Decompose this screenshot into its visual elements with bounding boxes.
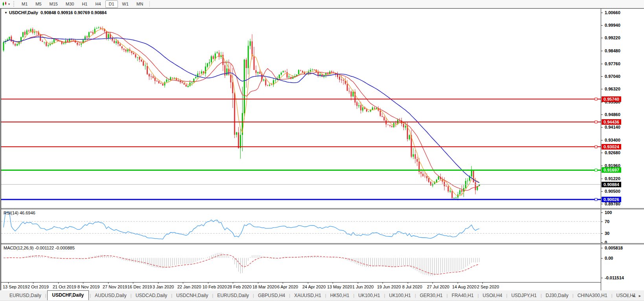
axis-tick bbox=[601, 248, 603, 248]
tab-dj30-daily[interactable]: DJ30,Daily bbox=[542, 291, 572, 300]
date-tick bbox=[258, 283, 258, 284]
level-price-tag: 0.95740 bbox=[602, 96, 621, 102]
axis-tick bbox=[601, 140, 603, 140]
tab-hk50-h1[interactable]: HK50,H1 bbox=[326, 291, 353, 300]
date-tick bbox=[408, 283, 408, 284]
date-tick bbox=[8, 283, 9, 284]
date-tick bbox=[358, 283, 358, 284]
date-axis[interactable]: 13 Sep 20192 Oct 201921 Oct 20198 Nov 20… bbox=[1, 282, 601, 290]
date-label: 8 Jul 2020 bbox=[402, 284, 422, 289]
tab-china300-h1[interactable]: CHINA300,H1 bbox=[574, 291, 611, 300]
date-tick bbox=[333, 283, 333, 284]
price-axis-label: 0.90500 bbox=[605, 189, 620, 194]
date-label: 24 Apr 2020 bbox=[302, 284, 326, 289]
date-label: 2 Oct 2019 bbox=[28, 284, 49, 289]
date-tick bbox=[308, 283, 308, 284]
tab-xauusd-h1[interactable]: XAUUSD,H1 bbox=[290, 291, 325, 300]
date-label: 16 Dec 2019 bbox=[127, 284, 152, 289]
date-tick bbox=[432, 283, 433, 284]
pane-divider-macd[interactable] bbox=[1, 243, 644, 244]
timeframe-button-w1[interactable]: W1 bbox=[119, 0, 132, 8]
date-label: 19 Jun 2020 bbox=[377, 284, 401, 289]
collapse-icon[interactable]: ▼ bbox=[4, 11, 7, 15]
timeframe-button-h4[interactable]: H4 bbox=[92, 0, 104, 8]
date-tick bbox=[458, 283, 458, 284]
date-tick bbox=[482, 283, 483, 284]
rsi-chart[interactable] bbox=[1, 209, 601, 243]
price-axis-label: 0.91220 bbox=[605, 176, 620, 181]
tab-uk100-h1[interactable]: UK100,H1 bbox=[385, 291, 415, 300]
axis-tick bbox=[601, 191, 603, 192]
tab-usoil-h4[interactable]: USOil,H4 bbox=[479, 291, 506, 300]
pane-divider-rsi[interactable] bbox=[1, 208, 644, 209]
date-label: 21 Oct 2019 bbox=[53, 284, 76, 289]
timeframe-button-h1[interactable]: H1 bbox=[78, 0, 91, 8]
date-label: 8 Nov 2019 bbox=[77, 284, 99, 289]
chart-mode-icon[interactable] bbox=[1, 1, 8, 7]
tab-ger30-h1[interactable]: GER30,H1 bbox=[416, 291, 447, 300]
tab-usdjpy-h1[interactable]: USDJPY,H1 bbox=[507, 291, 540, 300]
chart-mode-dropdown-icon[interactable]: ▾ bbox=[8, 2, 10, 6]
tab-usdcnh-daily[interactable]: USDCNH,Daily bbox=[172, 291, 212, 300]
tab-eurusd-daily[interactable]: EURUSD,Daily bbox=[213, 291, 253, 300]
timeframe-button-m1[interactable]: M1 bbox=[18, 0, 31, 8]
toolbar-grip-icon bbox=[13, 1, 15, 7]
date-tick bbox=[158, 283, 158, 284]
axis-tick bbox=[601, 258, 603, 259]
price-axis-label: 0.92680 bbox=[605, 150, 620, 155]
timeframe-button-m15[interactable]: M15 bbox=[46, 0, 61, 8]
date-label: 22 Jan 2020 bbox=[177, 284, 201, 289]
axis-tick bbox=[601, 13, 603, 13]
price-axis[interactable]: 1.006600.999400.992200.984800.977600.970… bbox=[601, 9, 644, 290]
date-label: 3 Jan 2020 bbox=[153, 284, 174, 289]
tab-fra40-h1[interactable]: FRA40,H1 bbox=[448, 291, 478, 300]
chart-title: ▼USDCHF,Daily0.90848 0.90916 0.90769 0.9… bbox=[4, 10, 107, 15]
date-label: 28 Feb 2020 bbox=[227, 284, 252, 289]
axis-tick bbox=[601, 153, 603, 153]
tab-uk100-h1[interactable]: UK100,H1 bbox=[354, 291, 384, 300]
timeframe-button-m30[interactable]: M30 bbox=[62, 0, 77, 8]
timeframe-button-mn[interactable]: MN bbox=[133, 0, 147, 8]
axis-tick bbox=[601, 242, 603, 243]
app: ▾ M1M5M15M30H1H4D1W1MN ▼USDCHF,Daily0.90… bbox=[0, 0, 644, 301]
date-label: 13 May 2020 bbox=[327, 284, 352, 289]
price-axis-label: 0.94140 bbox=[605, 125, 620, 129]
date-label: 6 Apr 2020 bbox=[277, 284, 298, 289]
date-label: 2 Sep 2020 bbox=[477, 284, 499, 289]
tab-gbpusd-h4[interactable]: GBPUSD,H4 bbox=[254, 291, 289, 300]
date-label: 27 Nov 2019 bbox=[103, 284, 127, 289]
top-toolbar: ▾ M1M5M15M30H1H4D1W1MN bbox=[0, 0, 644, 8]
macd-chart[interactable] bbox=[1, 244, 601, 282]
rsi-axis-label: 30 bbox=[605, 231, 609, 236]
rsi-label: RSI(14) 46.6946 bbox=[4, 211, 35, 215]
axis-tick bbox=[601, 166, 603, 166]
date-tick bbox=[233, 283, 233, 284]
axis-tick bbox=[601, 64, 603, 64]
price-axis-label: 0.93400 bbox=[605, 138, 620, 142]
tab-audusd-daily[interactable]: AUDUSD,Daily bbox=[91, 291, 131, 300]
timeframe-toolbar: M1M5M15M30H1H4D1W1MN bbox=[18, 0, 147, 8]
tab-scroll-left-icon[interactable]: ◄ bbox=[631, 294, 635, 298]
date-label: 27 Jul 2020 bbox=[427, 284, 449, 289]
tab-scroll-right-icon[interactable]: ► bbox=[638, 294, 642, 298]
axis-tick bbox=[601, 51, 603, 51]
axis-tick bbox=[601, 38, 603, 38]
macd-axis-label: 0.005818 bbox=[605, 246, 623, 250]
chart-ohlc-values: 0.90848 0.90916 0.90769 0.90884 bbox=[40, 10, 107, 15]
rsi-axis-label: 70 bbox=[605, 219, 609, 224]
date-label: 14 Aug 2020 bbox=[452, 284, 477, 289]
date-tick bbox=[83, 283, 83, 284]
tab-usdchf-daily[interactable]: USDCHF,Daily bbox=[47, 290, 89, 300]
macd-label: MACD(12,26,9) -0.001122 -0.000885 bbox=[4, 246, 75, 250]
date-tick bbox=[283, 283, 283, 284]
tab-eurusd-daily[interactable]: EURUSD,Daily bbox=[6, 291, 45, 300]
chart-tabs: EURUSD,Daily|USDCHF,Daily|AUDUSD,Daily|U… bbox=[0, 290, 640, 300]
timeframe-button-d1[interactable]: D1 bbox=[105, 0, 118, 8]
axis-tick bbox=[601, 89, 603, 89]
axis-tick bbox=[601, 127, 603, 127]
macd-axis-label: 0.00 bbox=[605, 256, 613, 260]
price-chart[interactable] bbox=[1, 9, 601, 208]
timeframe-button-m5[interactable]: M5 bbox=[32, 0, 45, 8]
tab-usdcad-daily[interactable]: USDCAD,Daily bbox=[132, 291, 171, 300]
price-axis-label: 1.00660 bbox=[605, 10, 620, 15]
